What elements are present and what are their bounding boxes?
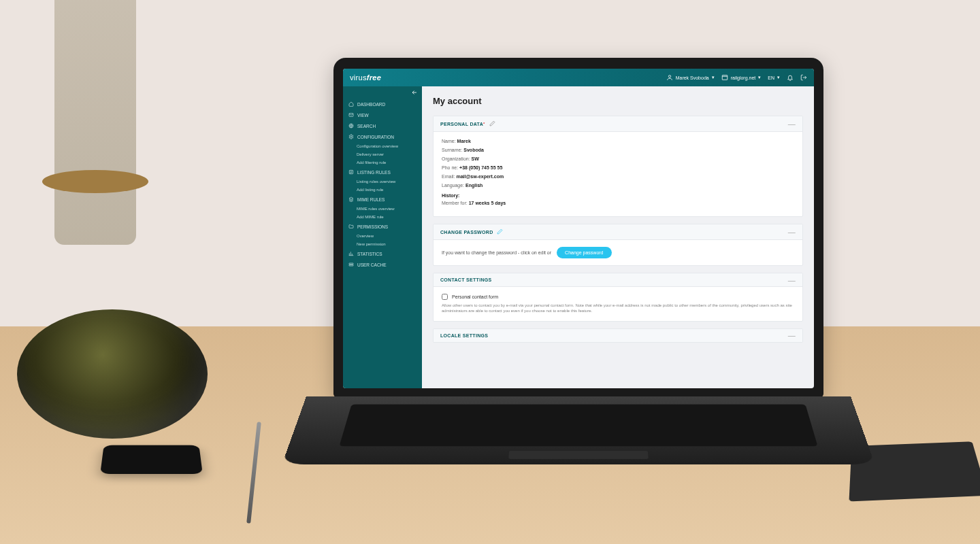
topbar-lang[interactable]: EN ▾: [768, 75, 780, 80]
topbar: virusfree Marek Svoboda ▾ railglorg.net …: [343, 69, 814, 86]
edit-personal-button[interactable]: [489, 120, 495, 127]
edit-password-button[interactable]: [497, 228, 503, 235]
topbar-domain-label: railglorg.net: [731, 75, 756, 80]
main-content: My account PERSONAL DATA* —: [422, 86, 814, 388]
panel-body-password: If you want to change the password - cli…: [434, 240, 802, 265]
laptop-keyboard: [339, 405, 817, 447]
svg-rect-7: [349, 265, 353, 266]
topbar-user[interactable]: Marek Svoboda ▾: [666, 74, 715, 81]
panel-heading-text: LOCALE SETTINGS: [440, 333, 488, 338]
sidebar-item-search[interactable]: SEARCH: [343, 120, 422, 131]
history-heading: History:: [442, 193, 794, 198]
topbar-notifications[interactable]: [787, 74, 794, 81]
contact-note: Allow other users to contact you by e-ma…: [442, 303, 794, 314]
panel-locale-settings: LOCALE SETTINGS —: [433, 328, 803, 343]
layers-icon: [348, 197, 354, 202]
label: Email:: [442, 174, 455, 179]
logout-icon: [800, 74, 807, 81]
panel-heading-text: PERSONAL DATA: [440, 122, 483, 126]
sidebar-sub-perm-overview[interactable]: Overview: [343, 232, 422, 240]
panel-head-password: CHANGE PASSWORD —: [434, 224, 802, 240]
brand-logo: virusfree: [350, 73, 381, 82]
change-password-button[interactable]: Change password: [557, 247, 611, 258]
panel-heading-text: CHANGE PASSWORD: [440, 230, 493, 235]
cache-icon: [348, 262, 354, 267]
sidebar: DASHBOARD VIEW SEARCH CONFIGURATION: [343, 86, 422, 388]
sidebar-sub-add-filtering-rule[interactable]: Add filtering rule: [343, 158, 422, 167]
collapse-toggle[interactable]: —: [788, 333, 796, 337]
label: Pho ne:: [442, 165, 458, 170]
row-member-for: Member for: 17 weeks 5 days: [442, 201, 794, 205]
topbar-logout[interactable]: [800, 74, 807, 81]
app-root: virusfree Marek Svoboda ▾ railglorg.net …: [343, 69, 814, 388]
sidebar-item-statistics[interactable]: STATISTICS: [343, 248, 422, 259]
phone-prop: [100, 445, 203, 474]
sidebar-item-configuration[interactable]: CONFIGURATION: [343, 131, 422, 142]
home-icon: [348, 101, 354, 107]
panel-head-locale: LOCALE SETTINGS —: [434, 329, 802, 342]
pen-prop: [246, 422, 261, 524]
value: Marek: [457, 139, 471, 143]
arrow-left-icon: [411, 89, 418, 96]
sidebar-item-view[interactable]: VIEW: [343, 109, 422, 120]
sidebar-sub-listing-overview[interactable]: Listing rules overview: [343, 177, 422, 186]
jar-prop: [54, 0, 136, 245]
svg-point-4: [350, 136, 352, 137]
sidebar-sub-conf-overview[interactable]: Configuration overview: [343, 142, 422, 150]
panel-personal-data: PERSONAL DATA* — Name: Marek Surname: Sv…: [433, 116, 803, 217]
page-title: My account: [433, 96, 803, 106]
sidebar-label: PERMISSIONS: [357, 224, 388, 229]
sidebar-sub-new-permission[interactable]: New permission: [343, 240, 422, 248]
sidebar-item-dashboard[interactable]: DASHBOARD: [343, 99, 422, 109]
laptop: virusfree Marek Svoboda ▾ railglorg.net …: [333, 58, 837, 411]
sidebar-sub-add-listing-rule[interactable]: Add listing rule: [343, 186, 422, 194]
contact-form-checkbox[interactable]: [442, 294, 448, 300]
svg-rect-1: [722, 75, 728, 80]
laptop-bezel: virusfree Marek Svoboda ▾ railglorg.net …: [333, 58, 823, 398]
required-asterisk: *: [483, 122, 485, 126]
collapse-toggle[interactable]: —: [788, 278, 796, 282]
chevron-down-icon: ▾: [777, 75, 780, 80]
label: Member for:: [442, 201, 468, 205]
sidebar-back[interactable]: [343, 86, 422, 99]
sidebar-sub-mime-overview[interactable]: MIME rules overview: [343, 205, 422, 213]
sidebar-item-user-cache[interactable]: USER CACHE: [343, 259, 422, 270]
folder-icon: [348, 224, 354, 229]
panel-body-personal: Name: Marek Surname: Svoboda Organizatio…: [434, 132, 802, 216]
sidebar-item-mime-rules[interactable]: MIME RULES: [343, 194, 422, 205]
panel-change-password: CHANGE PASSWORD — If you want to change …: [433, 224, 803, 266]
globe-icon: [348, 123, 354, 129]
bowl-prop: [17, 309, 208, 439]
topbar-domain[interactable]: railglorg.net ▾: [721, 74, 762, 81]
password-text: If you want to change the password - cli…: [442, 250, 551, 255]
panel-heading-text: CONTACT SETTINGS: [440, 277, 491, 282]
collapse-toggle[interactable]: —: [788, 122, 796, 126]
laptop-trackpad: [508, 451, 649, 459]
sidebar-item-listing-rules[interactable]: LISTING RULES: [343, 167, 422, 177]
panel-head-contact: CONTACT SETTINGS —: [434, 273, 802, 287]
sidebar-label: STATISTICS: [357, 252, 382, 256]
row-email: Email: mail@sw-expert.com: [442, 174, 794, 179]
sidebar-label: VIEW: [357, 113, 369, 118]
contact-form-checkbox-row[interactable]: Personal contact form: [442, 294, 794, 300]
gear-icon: [348, 134, 354, 139]
sidebar-item-permissions[interactable]: PERMISSIONS: [343, 221, 422, 232]
sidebar-sub-add-mime-rule[interactable]: Add MIME rule: [343, 213, 422, 221]
bell-icon: [787, 74, 794, 81]
sidebar-sub-delivery-server[interactable]: Delivery server: [343, 150, 422, 158]
label: Language:: [442, 183, 464, 188]
row-phone: Pho ne: +38 (050) 745 55 55: [442, 165, 794, 170]
chevron-down-icon: ▾: [712, 75, 715, 80]
window-icon: [721, 74, 728, 81]
collapse-toggle[interactable]: —: [788, 230, 796, 234]
svg-rect-6: [349, 263, 353, 265]
laptop-base: [282, 396, 875, 464]
topbar-lang-label: EN: [768, 75, 774, 80]
user-icon: [666, 74, 673, 81]
sidebar-label: SEARCH: [357, 124, 376, 129]
password-line: If you want to change the password - cli…: [442, 247, 794, 258]
value: 17 weeks 5 days: [469, 201, 506, 205]
value: +38 (050) 745 55 55: [459, 165, 502, 170]
jar-lid-prop: [42, 170, 148, 193]
pencil-icon: [489, 120, 495, 126]
